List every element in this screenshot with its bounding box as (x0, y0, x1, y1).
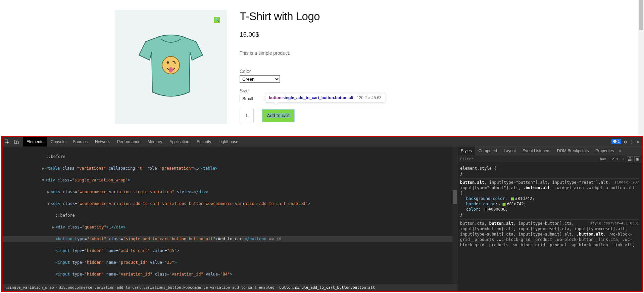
product-image: 🔍 (115, 10, 227, 124)
tab-sources[interactable]: Sources (69, 137, 91, 146)
devtools-toolbar: Elements Console Sources Network Perform… (2, 137, 642, 146)
scrollbar-thumb[interactable] (639, 0, 643, 30)
tab-security[interactable]: Security (193, 137, 215, 146)
new-rule-icon[interactable]: + (621, 157, 626, 162)
breadcrumb-item[interactable]: div.woocommerce-variation-add-to-cart.va… (59, 285, 274, 290)
elements-tree[interactable]: ::before ▶<table class="variations" cell… (2, 146, 457, 291)
styles-tab-more-icon[interactable]: » (617, 146, 624, 155)
tooltip-tag: button (269, 95, 281, 100)
devtools-panel: Elements Console Sources Network Perform… (1, 136, 643, 292)
styles-tab-computed[interactable]: Computed (475, 146, 500, 155)
tab-memory[interactable]: Memory (144, 137, 166, 146)
tab-elements[interactable]: Elements (23, 137, 47, 146)
close-icon[interactable]: ✕ (637, 139, 640, 144)
styles-tab-properties[interactable]: Properties (592, 146, 617, 155)
page-scrollbar[interactable] (638, 0, 644, 136)
add-to-cart-button[interactable]: Add to cart (262, 109, 295, 122)
elements-scrollbar[interactable] (452, 146, 457, 291)
print-icon[interactable]: 🖶 (627, 156, 633, 162)
device-icon[interactable] (12, 137, 21, 146)
tab-application[interactable]: Application (166, 137, 193, 146)
styles-filter-input[interactable] (460, 157, 597, 161)
devtools-tabs: Elements Console Sources Network Perform… (23, 137, 242, 146)
product-details: T-Shirt with Logo 15.00$ This is a simpl… (240, 10, 644, 124)
hov-toggle[interactable]: :hov (597, 157, 607, 162)
tab-lighthouse[interactable]: Lighthouse (215, 137, 242, 146)
svg-point-2 (169, 67, 173, 73)
source-link[interactable]: (index):287 (614, 180, 639, 185)
pseudo-before: ::before (46, 154, 65, 159)
breadcrumb-item[interactable]: button.single_add_to_cart_button.button.… (279, 285, 375, 290)
tab-console[interactable]: Console (47, 137, 69, 146)
browser-page: 🔍 T-Shirt with Logo 15.00$ This is a sim… (0, 0, 644, 136)
breadcrumb-item[interactable]: .single_variation_wrap (5, 285, 54, 290)
product-title: T-Shirt with Logo (240, 10, 644, 23)
svg-point-1 (167, 61, 169, 64)
message-count-badge[interactable]: 💬 1 (611, 139, 621, 144)
styles-tab-dom-bp[interactable]: DOM Breakpoints (554, 146, 592, 155)
product-description: This is a simple product. (240, 50, 644, 56)
color-label: Color (240, 69, 644, 74)
color-select[interactable]: Green (240, 75, 280, 83)
breadcrumb[interactable]: .single_variation_wrap› div.woocommerce-… (2, 284, 457, 291)
styles-tab-styles[interactable]: Styles (457, 146, 475, 155)
styles-pane: Styles Computed Layout Event Listeners D… (457, 146, 642, 291)
styles-tab-listeners[interactable]: Event Listeners (519, 146, 554, 155)
tab-network[interactable]: Network (91, 137, 113, 146)
zoom-icon[interactable]: 🔍 (214, 17, 220, 23)
tooltip-class: .single_add_to_cart_button.button.alt (281, 95, 353, 100)
size-label: Size (240, 88, 644, 93)
computed-icon[interactable]: ▣ (634, 156, 640, 162)
product-area: 🔍 T-Shirt with Logo 15.00$ This is a sim… (0, 0, 644, 124)
styles-tab-layout[interactable]: Layout (500, 146, 519, 155)
svg-rect-5 (16, 141, 18, 144)
inspect-icon[interactable] (2, 137, 12, 146)
tooltip-dims: 120.2 × 45.63 (357, 95, 382, 100)
kebab-icon[interactable]: ⋮ (630, 139, 634, 144)
source-link[interactable]: style.css?ver=4.1.0:31 (590, 221, 639, 226)
tab-performance[interactable]: Performance (113, 137, 144, 146)
product-price: 15.00$ (240, 31, 644, 38)
element-style-sel[interactable]: element.style { (460, 166, 496, 171)
inspect-tooltip: button.single_add_to_cart_button.button.… (265, 93, 385, 102)
cls-toggle[interactable]: .cls (609, 157, 620, 162)
selected-element-line[interactable]: <button type="submit" class="single_add_… (2, 236, 457, 242)
quantity-input[interactable] (240, 109, 254, 122)
gear-icon[interactable]: ⚙ (624, 139, 627, 144)
tshirt-illustration (132, 32, 209, 102)
pseudo-before-2: ::before (55, 213, 75, 218)
